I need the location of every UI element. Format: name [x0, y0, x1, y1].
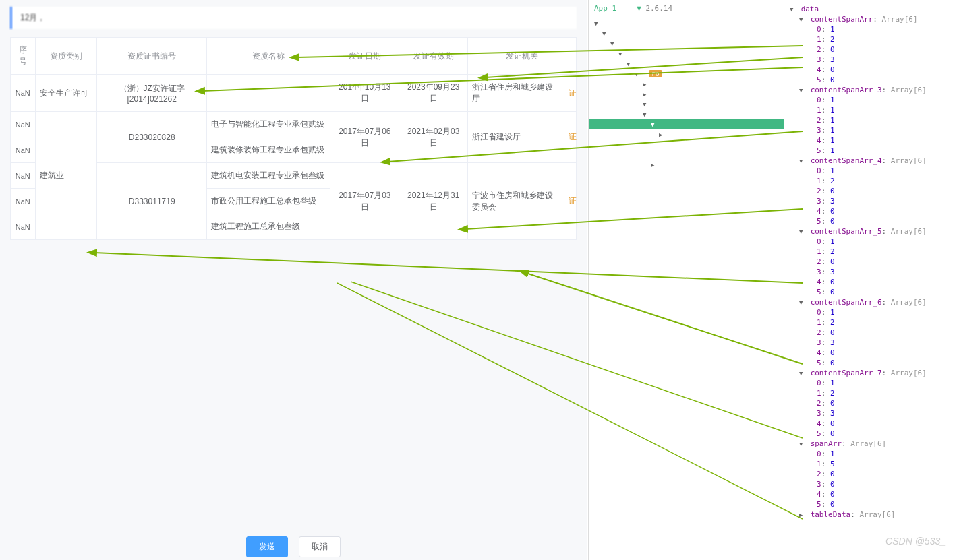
data-array-item[interactable]: 5: 0	[790, 429, 954, 439]
app-name: App 1	[594, 4, 616, 13]
data-table: 序号 资质类别 资质证书编号 资质名称 发证日期 发证有效期 发证机关 NaN安…	[10, 37, 577, 240]
data-array-item[interactable]: 4: 0	[790, 418, 954, 429]
data-array-item[interactable]: 1: 2	[790, 34, 954, 44]
tree-node[interactable]: ▼	[589, 28, 784, 38]
col-validdate: 发证有效期	[399, 38, 468, 75]
table-row: NaN安全生产许可（浙）JZ安许证字[2014]0212622014年10月13…	[11, 75, 577, 112]
tree-node[interactable]: ▼	[589, 59, 784, 69]
tree-node[interactable]: ▼	[589, 18, 784, 28]
data-array-item[interactable]: 4: 0	[790, 206, 954, 216]
header-text: 12月，	[20, 13, 45, 22]
data-array-item[interactable]: 3: 3	[790, 196, 954, 206]
data-array-item[interactable]: 0: 1	[790, 449, 954, 459]
data-array-item[interactable]: 0: 1	[790, 166, 954, 176]
data-array-item[interactable]: 5: 0	[790, 216, 954, 226]
data-array-item[interactable]: 1: 1	[790, 105, 954, 115]
data-array-item[interactable]: 4: 0	[790, 65, 954, 75]
data-array-item[interactable]: 0: 1	[790, 237, 954, 247]
data-array-item[interactable]: 4: 0	[790, 277, 954, 287]
tree-node[interactable]: ▼ ro	[589, 69, 784, 79]
data-array-item[interactable]: 5: 0	[790, 499, 954, 509]
data-array-item[interactable]: 2: 0	[790, 398, 954, 408]
component-tree[interactable]: ▼ ▼ ▼ ▼ ▼ ▼ ro▶ ▶ ▼ ▼ ▼ ▶ ▶	[589, 18, 784, 170]
tree-node[interactable]: ▼	[589, 109, 784, 119]
tree-node[interactable]: ▼	[589, 119, 784, 129]
tree-node[interactable]: ▼	[589, 49, 784, 59]
data-array-item[interactable]: 1: 2	[790, 176, 954, 186]
cancel-button[interactable]: 取消	[299, 536, 341, 557]
data-array-item[interactable]: 3: 1	[790, 125, 954, 135]
data-array-item[interactable]: 5: 0	[790, 358, 954, 368]
col-certno: 资质证书编号	[97, 38, 207, 75]
footer-buttons: 发送 取消	[0, 536, 587, 557]
data-array-item[interactable]: 2: 0	[790, 186, 954, 196]
data-array-item[interactable]: 1: 2	[790, 388, 954, 398]
table-header-row: 序号 资质类别 资质证书编号 资质名称 发证日期 发证有效期 发证机关	[11, 38, 577, 75]
tree-node[interactable]: ▶	[589, 79, 784, 89]
col-seq: 序号	[11, 38, 36, 75]
devtools-data-panel[interactable]: ▼ data ▼ contentSpanArr: Array[6]0: 11: …	[784, 0, 959, 560]
table-container: 序号 资质类别 资质证书编号 资质名称 发证日期 发证有效期 发证机关 NaN安…	[10, 37, 577, 240]
devtools-component-tree[interactable]: App 1 ▼ 2.6.14 ▼ ▼ ▼ ▼ ▼ ▼ ro▶ ▶ ▼ ▼ ▼ ▶…	[588, 0, 784, 560]
data-array-item[interactable]: 2: 1	[790, 115, 954, 125]
data-array-header[interactable]: ▼ contentSpanArr: Array[6]	[790, 14, 954, 24]
data-array-item[interactable]: 3: 3	[790, 338, 954, 348]
data-array-header[interactable]: ▶ tableData: Array[6]	[790, 509, 954, 520]
data-array-header[interactable]: ▼ spanArr: Array[6]	[790, 439, 954, 449]
data-array-header[interactable]: ▼ contentSpanArr_3: Array[6]	[790, 85, 954, 95]
data-array-item[interactable]: 2: 0	[790, 44, 954, 55]
vue-version-badge: ▼ 2.6.14	[637, 4, 672, 13]
data-array-item[interactable]: 4: 0	[790, 348, 954, 358]
tree-node[interactable]: ▶	[589, 129, 784, 139]
data-array-item[interactable]: 0: 1	[790, 95, 954, 105]
devtools-app-header: App 1 ▼ 2.6.14	[589, 3, 784, 14]
data-array-item[interactable]: 0: 1	[790, 24, 954, 34]
data-array-header[interactable]: ▼ contentSpanArr_7: Array[6]	[790, 368, 954, 378]
main-content: 12月， 序号 资质类别 资质证书编号 资质名称 发证日期 发证有效期 发证机关…	[0, 0, 587, 560]
data-array-header[interactable]: ▼ contentSpanArr_4: Array[6]	[790, 156, 954, 166]
table-row: NaN建筑业D233020828电子与智能化工程专业承包贰级2017年07月06…	[11, 112, 577, 137]
data-array-header[interactable]: ▼ contentSpanArr_5: Array[6]	[790, 226, 954, 237]
page-header: 12月，	[10, 7, 577, 29]
data-array-item[interactable]: 5: 0	[790, 287, 954, 297]
data-array-item[interactable]: 5: 0	[790, 75, 954, 85]
data-array-item[interactable]: 0: 1	[790, 307, 954, 317]
tree-node[interactable]: ▶	[589, 160, 784, 170]
tree-node[interactable]	[589, 150, 784, 160]
watermark: CSDN @533_	[885, 536, 946, 547]
data-array-item[interactable]: 2: 0	[790, 469, 954, 479]
data-array-item[interactable]: 0: 1	[790, 378, 954, 388]
data-array-item[interactable]: 1: 2	[790, 247, 954, 257]
resize-handle-icon[interactable]: ‹	[784, 280, 786, 291]
tree-node[interactable]: ▼	[589, 38, 784, 49]
data-array-item[interactable]: 1: 5	[790, 459, 954, 469]
data-array-item[interactable]: 4: 0	[790, 489, 954, 499]
data-array-item[interactable]: 3: 3	[790, 408, 954, 418]
data-array-item[interactable]: 3: 3	[790, 267, 954, 277]
data-array-header[interactable]: ▼ contentSpanArr_6: Array[6]	[790, 297, 954, 307]
data-array-item[interactable]: 2: 0	[790, 328, 954, 338]
data-root[interactable]: ▼ data	[790, 4, 954, 14]
col-issuer: 发证机关	[468, 38, 577, 75]
col-name: 资质名称	[207, 38, 330, 75]
data-array-item[interactable]: 3: 0	[790, 479, 954, 489]
tree-node[interactable]: ▶	[589, 89, 784, 99]
data-array-item[interactable]: 1: 2	[790, 317, 954, 328]
data-array-item[interactable]: 5: 1	[790, 146, 954, 156]
data-array-item[interactable]: 2: 0	[790, 257, 954, 267]
data-array-item[interactable]: 4: 1	[790, 135, 954, 146]
data-array-item[interactable]: 3: 3	[790, 55, 954, 65]
submit-button[interactable]: 发送	[246, 536, 288, 557]
col-issuedate: 发证日期	[330, 38, 399, 75]
tree-node[interactable]	[589, 139, 784, 150]
tree-node[interactable]: ▼	[589, 99, 784, 109]
col-type: 资质类别	[35, 38, 97, 75]
